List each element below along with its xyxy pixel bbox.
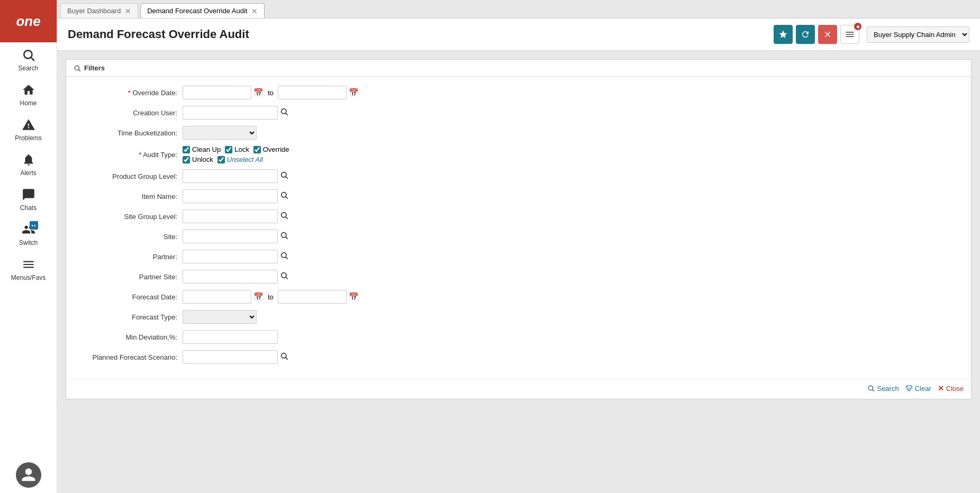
site-search-button[interactable]	[278, 231, 291, 242]
partner-site-row: Partner Site:	[77, 269, 960, 284]
sidebar-item-problems[interactable]: Problems	[0, 112, 57, 147]
forecast-date-from-calendar-icon[interactable]: 📅	[253, 292, 264, 302]
sidebar-item-switch[interactable]: Switch	[0, 217, 57, 252]
forecast-date-to-calendar-icon[interactable]: 📅	[349, 292, 359, 302]
partner-site-input[interactable]	[183, 270, 278, 284]
filter-form: Override Date: 📅 to 📅 Creation User:	[66, 77, 971, 375]
sidebar-item-alerts[interactable]: Alerts	[0, 147, 57, 182]
svg-line-15	[286, 257, 288, 259]
planned-forecast-label: Planned Forecast Scenario:	[77, 353, 183, 361]
main-content: Filters Override Date: 📅 to 📅 Cr	[57, 51, 980, 493]
audit-type-unselect-all[interactable]: Unselect All	[217, 156, 263, 163]
min-deviation-row: Min Deviation,%:	[77, 330, 960, 344]
forecast-date-to[interactable]	[278, 290, 347, 304]
svg-line-5	[286, 113, 288, 115]
audit-type-lock[interactable]: Lock	[225, 145, 249, 153]
chat-icon	[21, 187, 36, 202]
sidebar: one Search Home Problems	[0, 0, 57, 493]
tab-close-buyer-dashboard[interactable]: ✕	[125, 7, 131, 15]
forecast-date-from[interactable]	[183, 290, 251, 304]
partner-site-search-button[interactable]	[278, 271, 291, 282]
unselect-all-link[interactable]: Unselect All	[227, 156, 263, 163]
search-action[interactable]: Search	[867, 384, 899, 392]
forecast-date-label: Forecast Date:	[77, 293, 183, 301]
user-role-select[interactable]: Buyer Supply Chain Admin	[867, 26, 969, 43]
min-deviation-label: Min Deviation,%:	[77, 333, 183, 341]
audit-type-unlock-checkbox[interactable]	[183, 156, 190, 163]
min-deviation-input[interactable]	[183, 330, 278, 344]
item-name-search-button[interactable]	[278, 191, 291, 202]
audit-type-row1: Clean Up Lock Override	[183, 145, 289, 153]
sidebar-item-menus[interactable]: Menus/Favs	[0, 252, 57, 287]
audit-type-override-checkbox[interactable]	[253, 146, 261, 153]
filter-panel: Filters Override Date: 📅 to 📅 Cr	[66, 59, 972, 399]
forecast-type-label: Forecast Type:	[77, 313, 183, 321]
search-icon	[21, 48, 36, 62]
refresh-button[interactable]	[796, 25, 815, 44]
filter-search-icon	[74, 65, 81, 72]
svg-point-6	[282, 172, 286, 177]
app-logo[interactable]: one	[0, 0, 57, 42]
partner-site-label: Partner Site:	[77, 273, 183, 281]
override-date-to-calendar-icon[interactable]: 📅	[349, 88, 359, 97]
search-action-icon	[867, 385, 875, 392]
planned-forecast-input[interactable]	[183, 350, 278, 364]
site-input[interactable]	[183, 230, 278, 243]
product-group-level-label: Product Group Level:	[77, 172, 183, 180]
partner-search-button[interactable]	[278, 251, 291, 262]
main-area: Buyer Dashboard ✕ Demand Forecast Overri…	[57, 0, 980, 493]
svg-point-20	[869, 386, 873, 390]
forecast-type-select[interactable]	[183, 310, 257, 324]
svg-line-1	[31, 58, 34, 61]
override-date-from[interactable]	[183, 86, 251, 99]
audit-type-lock-checkbox[interactable]	[225, 146, 232, 153]
sidebar-item-chats[interactable]: Chats	[0, 182, 57, 217]
svg-point-8	[282, 193, 286, 197]
svg-line-9	[286, 197, 288, 199]
tab-close-demand-forecast[interactable]: ✕	[251, 7, 258, 15]
planned-forecast-row: Planned Forecast Scenario:	[77, 350, 960, 364]
audit-type-row2: Unlock Unselect All	[183, 156, 289, 163]
close-action[interactable]: ✕ Close	[938, 384, 964, 392]
time-bucketization-row: Time Bucketization:	[77, 125, 960, 140]
product-group-level-search-button[interactable]	[278, 171, 291, 181]
bell-icon	[21, 152, 36, 167]
close-tab-button[interactable]	[818, 25, 837, 44]
product-group-level-input[interactable]	[183, 169, 278, 183]
sidebar-item-home[interactable]: Home	[0, 77, 57, 112]
svg-point-16	[282, 273, 286, 278]
tab-buyer-dashboard[interactable]: Buyer Dashboard ✕	[60, 3, 138, 18]
sidebar-item-search[interactable]: Search	[0, 42, 57, 77]
svg-point-0	[24, 50, 32, 58]
user-avatar[interactable]	[16, 462, 41, 488]
audit-type-unselect-all-checkbox[interactable]	[217, 156, 225, 163]
partner-label: Partner:	[77, 253, 183, 261]
creation-user-search-button[interactable]	[278, 107, 291, 118]
time-bucketization-select[interactable]	[183, 126, 257, 140]
site-group-level-search-button[interactable]	[278, 211, 291, 222]
item-name-input[interactable]	[183, 189, 278, 203]
favorite-button[interactable]	[774, 25, 793, 44]
partner-input[interactable]	[183, 250, 278, 263]
site-group-level-input[interactable]	[183, 209, 278, 223]
item-name-label: Item Name:	[77, 193, 183, 200]
svg-line-7	[286, 177, 288, 179]
override-date-group: 📅 to 📅	[183, 86, 359, 99]
tab-bar: Buyer Dashboard ✕ Demand Forecast Overri…	[57, 0, 980, 19]
creation-user-input[interactable]	[183, 106, 278, 120]
notification-badge	[854, 23, 861, 30]
header-actions: Buyer Supply Chain Admin	[774, 25, 969, 44]
svg-line-19	[286, 358, 288, 360]
override-date-to[interactable]	[278, 86, 347, 99]
override-date-from-calendar-icon[interactable]: 📅	[253, 88, 264, 97]
forecast-type-row: Forecast Type:	[77, 309, 960, 324]
audit-type-unlock[interactable]: Unlock	[183, 156, 213, 163]
audit-type-group: Clean Up Lock Override	[183, 145, 289, 163]
audit-type-override[interactable]: Override	[253, 145, 289, 153]
tab-demand-forecast[interactable]: Demand Forecast Override Audit ✕	[140, 3, 265, 18]
filter-actions: Search Clear ✕ Close	[66, 379, 971, 399]
audit-type-cleanup-checkbox[interactable]	[183, 146, 190, 153]
audit-type-cleanup[interactable]: Clean Up	[183, 145, 221, 153]
planned-forecast-search-button[interactable]	[278, 352, 291, 362]
clear-action[interactable]: Clear	[905, 384, 931, 392]
